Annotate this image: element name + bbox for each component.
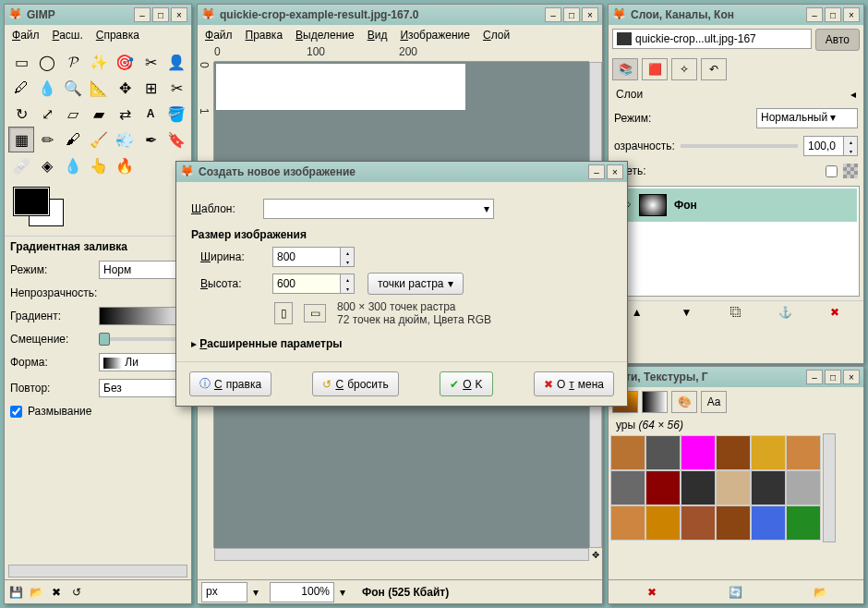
menu-view[interactable]: Вид bbox=[368, 29, 388, 42]
spin-up[interactable]: ▴ bbox=[844, 137, 857, 146]
texture-swatch[interactable] bbox=[716, 435, 751, 470]
align-tool[interactable]: ⊞ bbox=[138, 75, 163, 101]
clone-tool[interactable]: 🔖 bbox=[163, 127, 189, 152]
delete-texture-icon[interactable]: ✖ bbox=[645, 585, 659, 600]
blur-tool[interactable]: 💧 bbox=[60, 152, 86, 178]
height-spin-down[interactable]: ▾ bbox=[341, 284, 354, 293]
color-picker-tool[interactable]: 💧 bbox=[34, 75, 60, 101]
height-spin-up[interactable]: ▴ bbox=[341, 274, 354, 284]
gradient-preview[interactable] bbox=[99, 307, 186, 325]
heal-tool[interactable]: 🩹 bbox=[8, 152, 34, 178]
paths-tab[interactable]: ✧ bbox=[671, 58, 697, 80]
minimize-button[interactable]: – bbox=[806, 370, 823, 384]
shape-select[interactable]: Ли bbox=[99, 353, 186, 371]
layer-opacity-slider[interactable] bbox=[681, 144, 798, 148]
cancel-button[interactable]: ✖Отмена bbox=[534, 371, 614, 396]
height-input[interactable] bbox=[272, 274, 341, 294]
rotate-tool[interactable]: ↻ bbox=[8, 101, 34, 127]
close-button[interactable]: × bbox=[171, 7, 187, 22]
undo-tab[interactable]: ↶ bbox=[701, 58, 727, 80]
texture-swatch[interactable] bbox=[786, 435, 821, 470]
fonts-tab[interactable]: Aa bbox=[701, 391, 727, 413]
width-input[interactable] bbox=[272, 247, 341, 267]
channels-tab[interactable]: 🟥 bbox=[642, 58, 668, 80]
texture-swatch[interactable] bbox=[681, 505, 716, 541]
dodge-tool[interactable]: 🔥 bbox=[112, 152, 138, 178]
help-button[interactable]: ⓘСправка bbox=[189, 371, 271, 396]
texture-swatch[interactable] bbox=[786, 470, 821, 505]
texture-swatch[interactable] bbox=[751, 505, 786, 541]
rect-select-tool[interactable]: ▭ bbox=[8, 49, 34, 75]
texture-swatch[interactable] bbox=[681, 435, 716, 470]
close-button[interactable]: × bbox=[843, 7, 860, 22]
unit-select[interactable]: px bbox=[201, 582, 247, 602]
texture-swatch[interactable] bbox=[610, 435, 645, 470]
texture-swatch[interactable] bbox=[716, 470, 751, 505]
landscape-icon[interactable]: ▭ bbox=[304, 304, 326, 322]
foreground-tool[interactable]: 👤 bbox=[163, 49, 189, 75]
ellipse-select-tool[interactable]: ◯ bbox=[34, 49, 60, 75]
lasso-tool[interactable]: 𝓟 bbox=[60, 49, 86, 75]
hscrollbar[interactable] bbox=[214, 548, 589, 561]
texture-swatch[interactable] bbox=[751, 470, 786, 505]
eraser-tool[interactable]: 🧹 bbox=[86, 127, 112, 152]
spin-down[interactable]: ▾ bbox=[844, 146, 857, 155]
texture-swatch[interactable] bbox=[610, 470, 645, 505]
layer-dup-icon[interactable]: ⿻ bbox=[729, 305, 743, 320]
zoom-select[interactable]: 100% bbox=[270, 582, 334, 602]
refresh-texture-icon[interactable]: 🔄 bbox=[729, 585, 743, 600]
flip-tool[interactable]: ⇄ bbox=[112, 101, 138, 127]
blur-checkbox[interactable] bbox=[10, 406, 22, 418]
template-select[interactable]: ▾ bbox=[263, 199, 494, 219]
menu-select[interactable]: Выделение bbox=[295, 29, 355, 42]
advanced-expander[interactable]: ▸ Расширенные параметры bbox=[191, 337, 612, 350]
width-spin-down[interactable]: ▾ bbox=[341, 257, 354, 266]
save-options-icon[interactable]: 💾 bbox=[8, 585, 23, 600]
menu-image[interactable]: Изображение bbox=[400, 29, 470, 42]
perspective-tool[interactable]: ▰ bbox=[86, 101, 112, 127]
repeat-select[interactable]: Без bbox=[99, 379, 186, 397]
layers-tab[interactable]: 📚 bbox=[612, 58, 638, 80]
layer-row[interactable]: 👁 Фон bbox=[615, 188, 857, 222]
dialog-titlebar[interactable]: 🦊 Создать новое изображение – × bbox=[176, 162, 627, 182]
paintbrush-tool[interactable]: 🖌 bbox=[60, 127, 86, 152]
maximize-button[interactable]: □ bbox=[825, 370, 841, 384]
menu-ext[interactable]: Расш. bbox=[53, 29, 83, 42]
layer-down-icon[interactable]: ▼ bbox=[679, 305, 693, 320]
layers-list[interactable]: 👁 Фон bbox=[612, 186, 860, 297]
texture-swatch[interactable] bbox=[681, 470, 716, 505]
bucket-tool[interactable]: 🪣 bbox=[163, 101, 189, 127]
layer-opacity-input[interactable] bbox=[803, 136, 844, 156]
texture-swatch[interactable] bbox=[786, 505, 821, 541]
smudge-tool[interactable]: 👆 bbox=[86, 152, 112, 178]
minimize-button[interactable]: – bbox=[588, 164, 605, 179]
texture-swatch[interactable] bbox=[610, 505, 645, 541]
delete-options-icon[interactable]: ✖ bbox=[49, 585, 64, 600]
texture-swatch[interactable] bbox=[645, 505, 681, 541]
texture-swatch[interactable] bbox=[751, 435, 786, 470]
mode-select[interactable]: Норм bbox=[99, 261, 186, 279]
texture-swatch[interactable] bbox=[645, 435, 681, 470]
image-selector[interactable]: quickie-crop...ult.jpg-167 bbox=[612, 29, 812, 49]
gradient-tool[interactable]: ▦ bbox=[8, 127, 34, 152]
minimize-button[interactable]: – bbox=[806, 7, 823, 22]
airbrush-tool[interactable]: 💨 bbox=[112, 127, 138, 152]
ink-tool[interactable]: ✒ bbox=[138, 127, 163, 152]
auto-button[interactable]: Авто bbox=[815, 29, 860, 51]
maximize-button[interactable]: □ bbox=[563, 7, 580, 22]
load-options-icon[interactable]: 📂 bbox=[29, 585, 43, 600]
blend-mode-select[interactable]: Нормальный ▾ bbox=[756, 108, 858, 128]
layer-delete-icon[interactable]: ✖ bbox=[827, 305, 842, 320]
scissors-tool[interactable]: ✂ bbox=[138, 49, 163, 75]
width-spin-up[interactable]: ▴ bbox=[341, 248, 354, 257]
ok-button[interactable]: ✔OK bbox=[440, 371, 492, 396]
fg-color-swatch[interactable] bbox=[14, 188, 49, 215]
unit-select[interactable]: точки растра ▾ bbox=[368, 273, 464, 295]
options-scrollbar[interactable] bbox=[8, 565, 187, 578]
minimize-button[interactable]: – bbox=[134, 7, 151, 22]
close-button[interactable]: × bbox=[582, 7, 598, 22]
menu-layer[interactable]: Слой bbox=[483, 29, 510, 42]
lock-alpha-checkbox[interactable] bbox=[826, 165, 838, 177]
perspective-clone-tool[interactable]: ◈ bbox=[34, 152, 60, 178]
menu-help[interactable]: Справка bbox=[96, 29, 139, 42]
